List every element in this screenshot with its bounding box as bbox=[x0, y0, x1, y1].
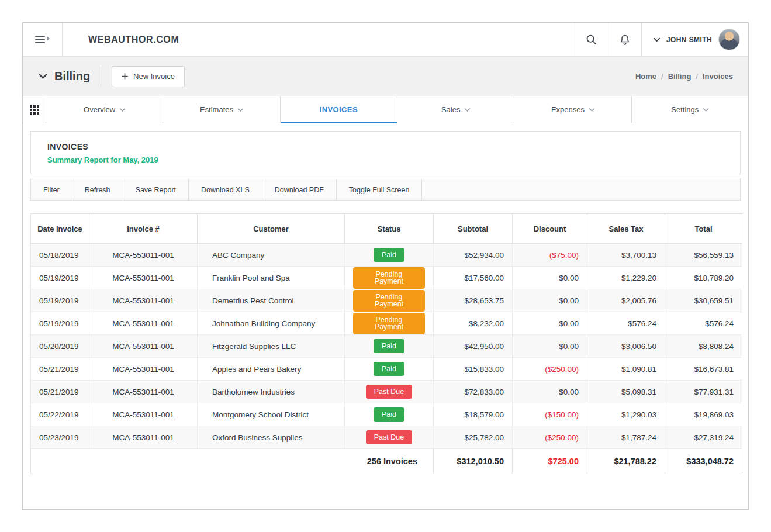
filter-button[interactable]: Filter bbox=[31, 179, 72, 200]
cell-customer: Fitzgerald Supplies LLC bbox=[198, 335, 345, 358]
cell-invoice-number: MCA-553011-001 bbox=[89, 267, 198, 289]
cell-customer: Johnathan Building Company bbox=[198, 312, 345, 335]
tabbar: Overview Estimates INVOICES Sales Expens… bbox=[23, 96, 748, 123]
column-header-status: Status bbox=[345, 214, 434, 244]
chevron-down-icon bbox=[589, 108, 594, 112]
download-pdf-button[interactable]: Download PDF bbox=[262, 179, 337, 200]
download-xls-button[interactable]: Download XLS bbox=[189, 179, 262, 200]
cell-discount: $0.00 bbox=[513, 267, 587, 289]
cell-invoice-number: MCA-553011-001 bbox=[89, 244, 198, 267]
report-title: INVOICES bbox=[47, 142, 724, 151]
breadcrumb-billing[interactable]: Billing bbox=[668, 72, 692, 81]
apps-grid-button[interactable] bbox=[23, 96, 46, 123]
tab-invoices[interactable]: INVOICES bbox=[281, 96, 397, 123]
cell-total: $18,789.20 bbox=[665, 267, 742, 289]
tab-label: Sales bbox=[441, 105, 461, 114]
cell-total: $576.24 bbox=[665, 312, 742, 335]
user-menu[interactable]: JOHN SMITH bbox=[641, 23, 748, 56]
page-title: Billing bbox=[54, 70, 90, 83]
invoice-table-wrap: Date Invoice Invoice # Customer Status S… bbox=[30, 213, 741, 474]
tab-label: INVOICES bbox=[320, 105, 358, 114]
cell-date-invoice: 05/19/2019 bbox=[31, 312, 89, 335]
cell-status: Past Due bbox=[345, 426, 434, 449]
cell-total: $27,319.24 bbox=[665, 426, 742, 449]
cell-invoice-number: MCA-553011-001 bbox=[89, 426, 198, 449]
cell-total: $30,659.51 bbox=[665, 289, 742, 312]
tab-expenses[interactable]: Expenses bbox=[514, 96, 631, 123]
cell-sales-tax: $5,098.31 bbox=[587, 381, 665, 403]
table-row: 05/21/2019 MCA-553011-001 Apples and Pea… bbox=[31, 358, 742, 381]
cell-total: $77,931.31 bbox=[665, 381, 742, 403]
tab-label: Overview bbox=[84, 105, 115, 114]
cell-date-invoice: 05/18/2019 bbox=[31, 244, 89, 267]
cell-subtotal: $8,232.00 bbox=[434, 312, 513, 335]
cell-date-invoice: 05/19/2019 bbox=[31, 267, 89, 289]
chevron-down-icon bbox=[465, 108, 470, 112]
cell-date-invoice: 05/22/2019 bbox=[31, 403, 89, 426]
refresh-button[interactable]: Refresh bbox=[72, 179, 123, 200]
cell-discount: $0.00 bbox=[513, 312, 587, 335]
table-row: 05/19/2019 MCA-553011-001 Johnathan Buil… bbox=[31, 312, 742, 335]
hamburger-icon bbox=[35, 36, 50, 43]
cell-date-invoice: 05/23/2019 bbox=[31, 426, 89, 449]
avatar bbox=[718, 29, 740, 50]
table-row: 05/23/2019 MCA-553011-001 Oxford Busines… bbox=[31, 426, 742, 449]
search-button[interactable] bbox=[575, 23, 608, 56]
cell-date-invoice: 05/20/2019 bbox=[31, 335, 89, 358]
cell-status: Past Due bbox=[345, 381, 434, 403]
toggle-fullscreen-button[interactable]: Toggle Full Screen bbox=[337, 179, 423, 200]
tab-sales[interactable]: Sales bbox=[397, 96, 514, 123]
hamburger-bars bbox=[35, 36, 45, 43]
section-chevron-down-icon[interactable] bbox=[39, 74, 47, 79]
column-header-total: Total bbox=[665, 214, 742, 244]
cell-discount: $0.00 bbox=[513, 381, 587, 403]
cell-customer: ABC Company bbox=[198, 244, 345, 267]
invoice-table-body: 05/18/2019 MCA-553011-001 ABC Company Pa… bbox=[31, 244, 742, 449]
column-header-invoice-number: Invoice # bbox=[89, 214, 198, 244]
status-badge: Paid bbox=[374, 339, 404, 354]
cell-customer: Bartholomew Industries bbox=[198, 381, 345, 403]
column-header-sales-tax: Sales Tax bbox=[587, 214, 665, 244]
cell-subtotal: $17,560.00 bbox=[434, 267, 513, 289]
content-area: INVOICES Summary Report for May, 2019 Fi… bbox=[23, 123, 748, 509]
table-row: 05/19/2019 MCA-553011-001 Demetrius Pest… bbox=[31, 289, 742, 312]
tab-estimates[interactable]: Estimates bbox=[163, 96, 280, 123]
cell-discount: $0.00 bbox=[513, 335, 587, 358]
save-report-button[interactable]: Save Report bbox=[123, 179, 189, 200]
new-invoice-button[interactable]: New Invoice bbox=[112, 66, 185, 87]
grid-icon bbox=[30, 105, 39, 115]
status-badge: Past Due bbox=[366, 430, 412, 445]
cell-subtotal: $28,653.75 bbox=[434, 289, 513, 312]
invoice-table: Date Invoice Invoice # Customer Status S… bbox=[30, 213, 742, 474]
tab-settings[interactable]: Settings bbox=[632, 96, 748, 123]
breadcrumb-home[interactable]: Home bbox=[635, 72, 656, 81]
cell-customer: Oxford Business Supplies bbox=[198, 426, 345, 449]
total-total: $333,048.72 bbox=[665, 449, 742, 474]
table-row: 05/22/2019 MCA-553011-001 Montgomery Sch… bbox=[31, 403, 742, 426]
cell-customer: Apples and Pears Bakery bbox=[198, 358, 345, 381]
tab-overview[interactable]: Overview bbox=[46, 96, 163, 123]
breadcrumb: Home / Billing / Invoices bbox=[635, 72, 733, 81]
sidebar-menu-button[interactable] bbox=[23, 23, 63, 56]
status-badge: Paid bbox=[374, 362, 404, 376]
notifications-button[interactable] bbox=[608, 23, 641, 56]
total-discount: $725.00 bbox=[513, 449, 587, 474]
chevron-down-icon bbox=[654, 37, 660, 42]
report-toolbar: Filter Refresh Save Report Download XLS … bbox=[30, 179, 741, 201]
user-name: JOHN SMITH bbox=[666, 36, 712, 44]
cell-subtotal: $25,782.00 bbox=[434, 426, 513, 449]
plus-icon bbox=[122, 73, 128, 80]
cell-subtotal: $72,833.00 bbox=[434, 381, 513, 403]
status-badge: Pending Payment bbox=[353, 267, 425, 289]
cell-sales-tax: $2,005.76 bbox=[587, 289, 665, 312]
breadcrumb-invoices[interactable]: Invoices bbox=[703, 72, 733, 81]
total-sales-tax: $21,788.22 bbox=[587, 449, 665, 474]
cell-total: $8,808.24 bbox=[665, 335, 742, 358]
cell-status: Pending Payment bbox=[345, 267, 434, 289]
cell-sales-tax: $1,787.24 bbox=[587, 426, 665, 449]
cell-sales-tax: $576.24 bbox=[587, 312, 665, 335]
cell-sales-tax: $1,229.20 bbox=[587, 267, 665, 289]
cell-subtotal: $42,950.00 bbox=[434, 335, 513, 358]
status-badge: Past Due bbox=[366, 385, 412, 399]
page-header: Billing New Invoice Home / Billing / Inv… bbox=[23, 57, 748, 96]
